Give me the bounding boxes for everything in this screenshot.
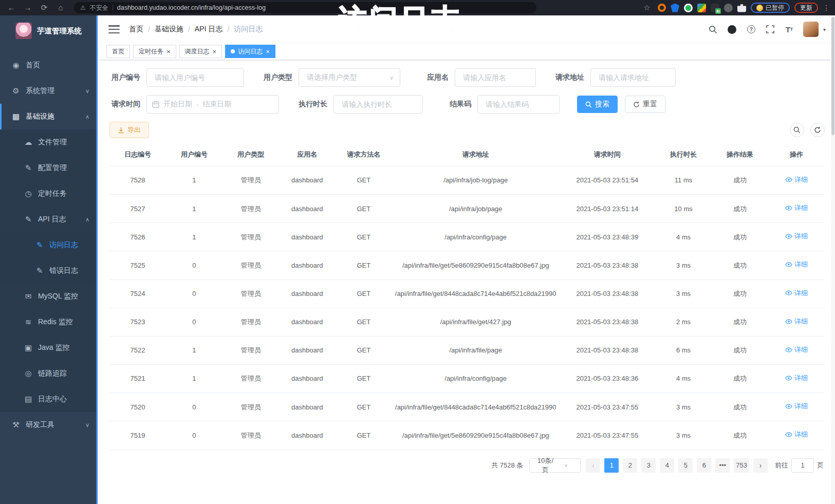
- sidebar-item[interactable]: ▤日志中心: [0, 386, 98, 412]
- reset-button[interactable]: 重置: [625, 96, 665, 113]
- sidebar-item[interactable]: ◉首页: [0, 52, 98, 78]
- detail-link[interactable]: 详细: [785, 259, 808, 270]
- tab-label: 首页: [112, 45, 124, 58]
- filter-select-用户类型[interactable]: 请选择用户类型∨: [299, 68, 400, 87]
- app-logo[interactable]: 芋道管理系统: [0, 15, 98, 46]
- forward-icon[interactable]: →: [22, 0, 34, 15]
- page-button[interactable]: 5: [678, 458, 693, 473]
- address-bar[interactable]: ⚠ 不安全 dashboard.yudao.iocoder.cn/infra/l…: [74, 2, 536, 13]
- sidebar-item[interactable]: ✎错误日志: [0, 258, 98, 284]
- cell-action: 详细: [768, 336, 825, 364]
- detail-link[interactable]: 详细: [785, 429, 808, 440]
- search-button-label: 搜索: [595, 100, 609, 109]
- avatar[interactable]: [803, 22, 819, 37]
- breadcrumb-item[interactable]: 首页: [129, 25, 143, 34]
- extension-icon[interactable]: [671, 4, 679, 12]
- back-icon[interactable]: ←: [5, 0, 17, 15]
- redis-icon: ≋: [23, 318, 34, 327]
- breadcrumb-item[interactable]: API 日志: [195, 25, 222, 34]
- detail-link[interactable]: 详细: [785, 174, 808, 185]
- translate-extension-icon[interactable]: 翻: [711, 4, 719, 12]
- date-range-picker[interactable]: 开始日期-结束日期: [146, 95, 279, 114]
- page-button[interactable]: 1: [604, 458, 619, 473]
- paused-badge[interactable]: 已暂停: [751, 3, 790, 13]
- more-pages-button[interactable]: •••: [715, 458, 730, 473]
- page-jumper: 前往 页: [775, 458, 824, 473]
- kebab-menu-icon[interactable]: ⋮: [823, 0, 830, 15]
- tab-item[interactable]: 首页: [106, 45, 130, 58]
- detail-link[interactable]: 详细: [785, 288, 808, 298]
- reset-button-label: 重置: [643, 100, 657, 109]
- reload-icon[interactable]: ⟳: [38, 0, 50, 15]
- help-icon[interactable]: ?: [746, 24, 756, 34]
- close-icon[interactable]: ×: [266, 48, 270, 55]
- refresh-button[interactable]: [810, 123, 825, 137]
- scrollbar-thumb[interactable]: [831, 17, 834, 135]
- filter-input-执行时长[interactable]: [333, 95, 423, 114]
- access-log-icon: ✎: [34, 240, 45, 250]
- goto-page-input[interactable]: [791, 458, 814, 473]
- page-size-select[interactable]: 10条/页 ∨: [529, 458, 581, 473]
- sidebar-item[interactable]: ✉MySQL 监控: [0, 284, 98, 309]
- filter-input-用户编号[interactable]: [146, 68, 244, 87]
- detail-link[interactable]: 详细: [785, 231, 808, 241]
- bookmark-star-icon[interactable]: ☆: [641, 0, 653, 15]
- sidebar-item[interactable]: ☁文件管理: [0, 129, 98, 155]
- caret-down-icon[interactable]: ▾: [823, 27, 826, 32]
- detail-link[interactable]: 详细: [785, 344, 808, 355]
- search-button[interactable]: 搜索: [577, 96, 618, 113]
- sidebar-item[interactable]: ⚙系统管理∨: [0, 78, 98, 104]
- main-area: 首页/基础设施/API 日志/访问日志 ? TT ▾ 首页定时任务×调度日志×访…: [99, 15, 835, 504]
- extensions-puzzle-icon[interactable]: [737, 4, 746, 12]
- sidebar-item[interactable]: ✎配置管理: [0, 155, 98, 181]
- page-button[interactable]: 3: [641, 458, 656, 473]
- sidebar-item[interactable]: ▦基础设施∧: [0, 104, 98, 129]
- font-size-icon[interactable]: TT: [784, 24, 794, 34]
- filter-input-结果码[interactable]: [477, 95, 560, 114]
- extension-icon[interactable]: [658, 4, 666, 12]
- tab-item[interactable]: 定时任务×: [133, 45, 176, 58]
- prev-page-button[interactable]: ‹: [586, 458, 600, 473]
- extension-icon[interactable]: [697, 4, 706, 12]
- filter-input-应用名[interactable]: [455, 68, 536, 87]
- page-button[interactable]: 753: [734, 458, 749, 473]
- sidebar-item[interactable]: ≋Redis 监控: [0, 309, 98, 335]
- search-icon[interactable]: [708, 24, 718, 34]
- close-icon[interactable]: ×: [213, 48, 217, 55]
- extension-icon[interactable]: [684, 4, 693, 12]
- fullscreen-icon[interactable]: [765, 24, 775, 34]
- sidebar-item[interactable]: ✎访问日志: [0, 232, 98, 258]
- export-button[interactable]: 导出: [109, 122, 149, 138]
- sidebar-item[interactable]: ⚒研发工具∨: [0, 412, 98, 438]
- detail-link-label: 详细: [794, 372, 808, 383]
- hamburger-icon[interactable]: [108, 25, 120, 33]
- next-page-button[interactable]: ›: [753, 458, 768, 473]
- search-icon: [585, 101, 592, 108]
- detail-link[interactable]: 详细: [785, 202, 808, 213]
- extension-icon[interactable]: [724, 4, 733, 12]
- sidebar-item[interactable]: ◎链路追踪: [0, 361, 98, 386]
- page-scrollbar[interactable]: [831, 15, 835, 504]
- page-button[interactable]: 2: [623, 458, 637, 473]
- cell-method: GET: [336, 365, 392, 393]
- sidebar-item[interactable]: ▣Java 监控: [0, 335, 98, 361]
- toggle-search-button[interactable]: [790, 123, 804, 137]
- detail-link[interactable]: 详细: [785, 401, 808, 412]
- page-button[interactable]: 4: [660, 458, 674, 473]
- cell-duration: 4 ms: [655, 223, 712, 251]
- tab-active[interactable]: 访问日志×: [225, 45, 275, 58]
- dashboard-icon: ◉: [10, 61, 22, 70]
- home-icon[interactable]: ⌂: [54, 0, 67, 15]
- detail-link[interactable]: 详细: [785, 372, 808, 383]
- breadcrumb-item[interactable]: 基础设施: [155, 25, 183, 34]
- sidebar-item[interactable]: ◷定时任务: [0, 181, 98, 207]
- filter-input-请求地址[interactable]: [590, 68, 676, 87]
- github-icon[interactable]: [727, 24, 737, 34]
- sidebar-item[interactable]: ✎API 日志∧: [0, 207, 98, 232]
- close-icon[interactable]: ×: [166, 48, 171, 55]
- detail-link[interactable]: 详细: [785, 316, 808, 327]
- tab-item[interactable]: 调度日志×: [179, 45, 222, 58]
- update-button[interactable]: 更新: [794, 3, 818, 13]
- cell-action: 详细: [768, 195, 825, 223]
- page-button[interactable]: 6: [697, 458, 711, 473]
